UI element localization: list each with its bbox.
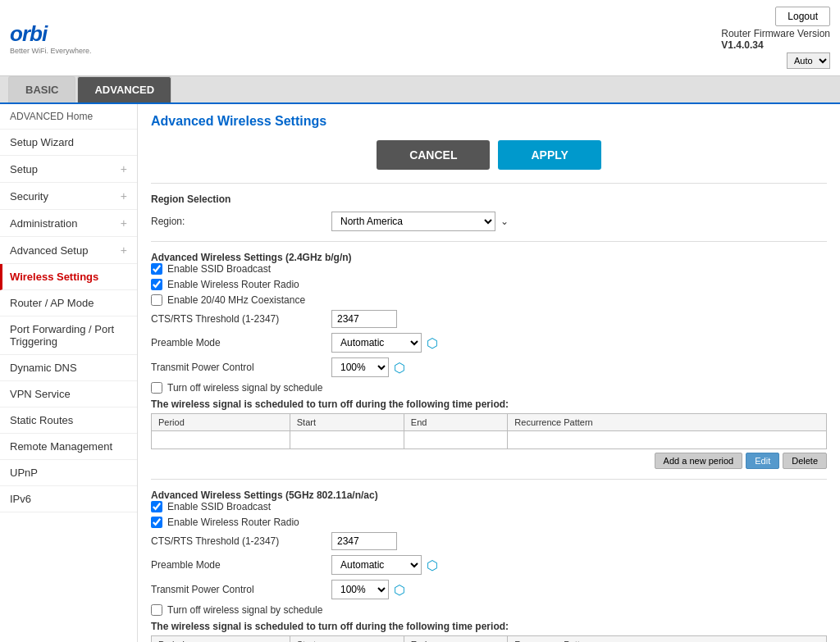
enable-2040-label: Enable 20/40 MHz Coexistance [167,294,305,306]
region-section-title: Region Selection [151,194,827,205]
advanced-setup-expand-icon: + [121,244,127,257]
sidebar-item-wireless-settings[interactable]: Wireless Settings [0,264,137,290]
page-title: Advanced Wireless Settings [151,114,827,129]
preamble-5ghz-select[interactable]: Automatic [331,555,422,575]
turnoff-24ghz-checkbox[interactable] [151,382,162,394]
tab-bar: BASIC ADVANCED [0,76,840,104]
sidebar-item-static-routes[interactable]: Static Routes [0,408,137,434]
divider-3 [151,479,827,480]
firmware-label: Router Firmware Version V1.4.0.34 [721,28,830,51]
schedule-5ghz-table: Period Start End Recurrence Pattern [151,635,827,642]
sidebar-item-setup[interactable]: Setup + [0,156,137,183]
sidebar-item-advanced-home[interactable]: ADVANCED Home [0,104,137,130]
sidebar-item-remote-mgmt[interactable]: Remote Management [0,434,137,460]
cts-5ghz-label: CTS/RTS Threshold (1-2347) [151,535,331,547]
sidebar-item-administration[interactable]: Administration + [0,210,137,237]
preamble-5ghz-icon: ⬡ [427,558,438,573]
add-period-24ghz-button[interactable]: Add a new period [655,453,743,469]
preamble-24ghz-label: Preamble Mode [151,337,331,348]
transmit-24ghz-select[interactable]: 100% [331,357,389,377]
enable-ssid-24ghz-label: Enable SSID Broadcast [167,263,271,275]
enable-router-radio-5ghz-checkbox[interactable] [151,517,162,528]
cts-24ghz-input[interactable] [331,310,397,328]
tab-basic[interactable]: BASIC [8,76,75,102]
table-24ghz-actions: Add a new period Edit Delete [151,453,827,469]
turnoff-24ghz-row: Turn off wireless signal by schedule [151,382,827,394]
region-section: Region Selection Region: North America ⌄ [151,194,827,231]
col-start-24: Start [290,414,404,431]
table-row [152,431,827,449]
region-select[interactable]: North America [331,212,495,231]
region-input-area: North America ⌄ [331,212,509,231]
sidebar-item-vpn[interactable]: VPN Service [0,381,137,408]
sidebar-item-port-forwarding[interactable]: Port Forwarding / Port Triggering [0,316,137,355]
region-dropdown-icon: ⌄ [500,216,509,227]
divider-1 [151,183,827,184]
section-24ghz-title: Advanced Wireless Settings (2.4GHz b/g/n… [151,252,827,263]
sidebar-item-security[interactable]: Security + [0,183,137,210]
section-24ghz: Advanced Wireless Settings (2.4GHz b/g/n… [151,252,827,469]
col-period-5: Period [152,636,290,643]
cts-5ghz-input[interactable] [331,532,397,550]
divider-2 [151,241,827,242]
tab-advanced[interactable]: ADVANCED [77,76,171,102]
sidebar-item-setup-wizard[interactable]: Setup Wizard [0,130,137,156]
sidebar-item-router-ap-mode[interactable]: Router / AP Mode [0,290,137,316]
transmit-5ghz-select[interactable]: 100% [331,580,389,599]
turnoff-5ghz-row: Turn off wireless signal by schedule [151,604,827,616]
enable-router-radio-24ghz-row: Enable Wireless Router Radio [151,279,827,290]
transmit-5ghz-row: Transmit Power Control 100% ⬡ [151,580,827,599]
transmit-5ghz-label: Transmit Power Control [151,584,331,595]
logo-tagline: Better WiFi. Everywhere. [10,47,92,55]
logo: orbi [10,21,92,47]
admin-expand-icon: + [121,216,127,230]
col-start-5: Start [290,636,404,643]
cts-24ghz-label: CTS/RTS Threshold (1-2347) [151,313,331,325]
preamble-24ghz-row: Preamble Mode Automatic ⬡ [151,333,827,353]
logout-button[interactable]: Logout [775,7,830,26]
enable-2040-row: Enable 20/40 MHz Coexistance [151,294,827,306]
enable-router-radio-24ghz-checkbox[interactable] [151,279,162,290]
region-label: Region: [151,216,331,227]
setup-expand-icon: + [121,162,127,175]
enable-2040-checkbox[interactable] [151,294,162,306]
enable-ssid-24ghz-checkbox[interactable] [151,263,162,275]
preamble-24ghz-select[interactable]: Automatic [331,333,422,353]
security-expand-icon: + [121,189,127,203]
enable-router-radio-24ghz-label: Enable Wireless Router Radio [167,279,299,290]
enable-ssid-5ghz-label: Enable SSID Broadcast [167,501,271,512]
section-5ghz-title: Advanced Wireless Settings (5GHz 802.11a… [151,489,827,501]
schedule-24ghz-label: The wireless signal is scheduled to turn… [151,398,827,410]
enable-ssid-5ghz-checkbox[interactable] [151,501,162,512]
sidebar-item-advanced-setup[interactable]: Advanced Setup + [0,237,137,264]
cts-24ghz-row: CTS/RTS Threshold (1-2347) [151,310,827,328]
main: ADVANCED Home Setup Wizard Setup + Secur… [0,104,840,642]
sidebar-item-ipv6[interactable]: IPv6 [0,486,137,512]
enable-ssid-5ghz-row: Enable SSID Broadcast [151,501,827,512]
turnoff-5ghz-checkbox[interactable] [151,604,162,616]
col-recurrence-5: Recurrence Pattern [508,636,827,643]
auto-select[interactable]: Auto [787,52,830,69]
section-5ghz: Advanced Wireless Settings (5GHz 802.11a… [151,489,827,642]
header: orbi Better WiFi. Everywhere. Logout Rou… [0,0,840,76]
sidebar: ADVANCED Home Setup Wizard Setup + Secur… [0,104,138,642]
delete-24ghz-button[interactable]: Delete [783,453,827,469]
turnoff-24ghz-label: Turn off wireless signal by schedule [167,382,322,394]
cancel-button[interactable]: CANCEL [377,140,490,170]
preamble-5ghz-row: Preamble Mode Automatic ⬡ [151,555,827,575]
sidebar-item-dynamic-dns[interactable]: Dynamic DNS [0,355,137,381]
edit-24ghz-button[interactable]: Edit [746,453,779,469]
col-period-24: Period [152,414,290,431]
content-area: Advanced Wireless Settings CANCEL APPLY … [138,104,840,642]
col-end-5: End [404,636,507,643]
preamble-5ghz-label: Preamble Mode [151,559,331,571]
preamble-24ghz-icon: ⬡ [427,335,438,351]
col-recurrence-24: Recurrence Pattern [508,414,827,431]
action-bar: CANCEL APPLY [151,140,827,170]
col-end-24: End [404,414,507,431]
sidebar-item-upnp[interactable]: UPnP [0,460,137,486]
turnoff-5ghz-label: Turn off wireless signal by schedule [167,604,322,616]
apply-button[interactable]: APPLY [498,140,600,170]
enable-router-radio-5ghz-label: Enable Wireless Router Radio [167,517,299,528]
header-right: Logout Router Firmware Version V1.4.0.34… [721,7,830,69]
